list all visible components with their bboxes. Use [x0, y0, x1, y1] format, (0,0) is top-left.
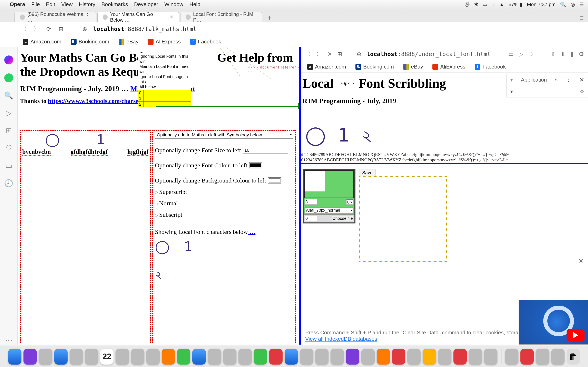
font-row-num[interactable]: 2: [138, 101, 144, 107]
devtools-tab-application[interactable]: Application: [521, 77, 547, 83]
menu-file[interactable]: File: [31, 1, 40, 8]
dock-trash-icon[interactable]: 🗑: [567, 349, 580, 365]
choose-file-button[interactable]: Choose file: [332, 216, 353, 221]
menu-edit[interactable]: Edit: [46, 1, 55, 8]
scribble-canvas-tool[interactable]: 0 Arial_70px_normal Choose file: [303, 169, 355, 224]
dock-item-icon[interactable]: [536, 349, 549, 365]
app-menu[interactable]: Opera: [10, 1, 25, 8]
dock-app-icon[interactable]: [484, 349, 497, 365]
font-row-num[interactable]: 1: [138, 96, 144, 101]
reload-button[interactable]: ⟳: [45, 26, 52, 33]
superscript-radio[interactable]: [155, 191, 158, 194]
dock-app-icon[interactable]: [254, 349, 267, 365]
close-page-button[interactable]: ✕: [327, 51, 332, 58]
status-battery[interactable]: 57% ▮: [509, 2, 522, 7]
tab-maths[interactable]: Your Maths Can Go Below …✕: [97, 12, 179, 22]
font-size-select[interactable]: 70px: [337, 80, 355, 87]
dock-chrome-icon[interactable]: [361, 349, 375, 365]
url-field[interactable]: localhost:8888/under_local_font.html: [367, 51, 491, 58]
back-button[interactable]: 〈: [305, 50, 311, 58]
forward-button[interactable]: 〉: [316, 50, 322, 58]
devtools-more-tabs[interactable]: »: [555, 77, 558, 83]
status-bluetooth-icon[interactable]: ᛒ: [492, 2, 495, 7]
back-button[interactable]: 〈: [21, 25, 27, 33]
flow-icon[interactable]: ▷: [6, 109, 12, 117]
dock-app-icon[interactable]: [131, 349, 144, 365]
devtools-menu-icon[interactable]: ⋮: [566, 77, 571, 83]
dock-item-icon[interactable]: [505, 349, 518, 365]
char-offset-select[interactable]: 0: [346, 200, 353, 205]
status-display-icon[interactable]: ▭: [483, 2, 487, 7]
status-puzzle-icon[interactable]: ✱: [474, 2, 478, 7]
tab-close-icon[interactable]: ✕: [169, 14, 173, 20]
download-icon[interactable]: ⬇: [561, 51, 565, 58]
send-icon[interactable]: ▷: [519, 51, 523, 58]
pane-divider[interactable]: [299, 47, 301, 345]
speed-dial-sidebar-icon[interactable]: ⊞: [6, 126, 12, 135]
devtools-gear-icon[interactable]: ⚙: [580, 89, 584, 95]
bookmark-ebay[interactable]: eBay: [119, 39, 138, 45]
bgcolour-input[interactable]: [268, 177, 281, 184]
devtools-close-icon[interactable]: ✕: [579, 76, 584, 83]
dock-siri-icon[interactable]: [24, 349, 37, 365]
history-icon[interactable]: 🕘: [4, 179, 13, 188]
fontcolour-input[interactable]: [249, 162, 262, 168]
sidebar-settings-icon[interactable]: ⋯: [5, 336, 12, 345]
site-info-icon[interactable]: ⊕: [81, 26, 88, 33]
url-field[interactable]: localhost:8888/talk_maths.html: [93, 26, 197, 33]
font-family-select[interactable]: Arial_70px_normal: [305, 208, 353, 213]
devtools-dropdown-icon[interactable]: ▾: [510, 89, 513, 95]
bookmark-heart-icon[interactable]: ♡: [528, 51, 534, 58]
dock-app-icon[interactable]: [315, 349, 329, 365]
dock-app-icon[interactable]: [208, 349, 221, 365]
tab-roundcube[interactable]: (596) Roundcube Webmail :: …: [15, 12, 96, 22]
dock-app-icon[interactable]: [423, 349, 436, 365]
font-row-num[interactable]: 0: [138, 90, 144, 96]
status-siri-icon[interactable]: ◎: [571, 2, 575, 7]
tab-localfont[interactable]: Local Font Scribbling - RJM P…: [180, 12, 262, 22]
dock-app-icon[interactable]: [116, 349, 129, 365]
dock-app-icon[interactable]: [238, 349, 252, 365]
bookmark-booking[interactable]: B.Booking.com: [71, 39, 109, 45]
dock-opera-icon[interactable]: [453, 349, 467, 365]
dock-app-icon[interactable]: [407, 349, 421, 365]
bookmark-ebay[interactable]: eBay: [403, 64, 423, 70]
menu-window[interactable]: Window: [164, 1, 183, 8]
whatsapp-icon[interactable]: [4, 73, 13, 82]
dock-calendar-icon[interactable]: 22: [100, 349, 113, 365]
status-control-icon[interactable]: ☰: [579, 2, 584, 7]
dock-app-icon[interactable]: [70, 349, 83, 365]
menu-view[interactable]: View: [61, 1, 73, 8]
dock-app-icon[interactable]: [438, 349, 451, 365]
dock-app-icon[interactable]: [162, 349, 175, 365]
dock-finder-icon[interactable]: [8, 349, 21, 365]
dock-safari-icon[interactable]: [54, 349, 68, 365]
search-icon[interactable]: 🔍: [4, 91, 13, 100]
dock-app-icon[interactable]: [330, 349, 344, 365]
messenger-icon[interactable]: [4, 55, 13, 64]
status-clock[interactable]: Mon 7:37 pm: [527, 2, 555, 7]
bookmark-facebook[interactable]: fFacebook: [475, 64, 506, 70]
video-preview-card[interactable]: [519, 300, 588, 345]
bookmark-booking[interactable]: B.Booking.com: [355, 64, 394, 70]
new-tab-button[interactable]: +: [263, 14, 276, 22]
share-icon[interactable]: ⇪: [550, 51, 555, 58]
symbology-select[interactable]: Optionally add to Maths to left with Sym…: [155, 131, 293, 139]
menu-bookmarks[interactable]: Bookmarks: [102, 1, 128, 8]
menu-help[interactable]: Help: [190, 1, 200, 8]
dock-item-icon[interactable]: [520, 349, 534, 365]
dock-filezilla-icon[interactable]: [392, 349, 405, 365]
maths-input-box[interactable]: ◯ 𝟣 bvcnbvcbn gfdhgfdhtrdgf hjgfhjgf: [20, 130, 151, 343]
status-mcafee-icon[interactable]: Ⓜ: [465, 1, 470, 8]
speed-dial-icon[interactable]: ⊞: [57, 26, 64, 33]
site-info-icon[interactable]: ⊕: [357, 51, 361, 58]
tabs-menu-icon[interactable]: ≡: [575, 14, 588, 22]
dock-appstore-icon[interactable]: [285, 349, 298, 365]
dock-photoshop-icon[interactable]: [346, 349, 359, 365]
bookmark-aliexpress[interactable]: AliExpress: [432, 64, 465, 70]
bookmark-aliexpress[interactable]: AliExpress: [148, 39, 181, 45]
status-wifi-icon[interactable]: ▲: [499, 2, 504, 7]
snapshot-icon[interactable]: ▭: [508, 51, 513, 58]
dock-app-icon[interactable]: [39, 349, 52, 365]
devtools-indexeddb-link[interactable]: View all IndexedDB databases: [305, 336, 377, 342]
